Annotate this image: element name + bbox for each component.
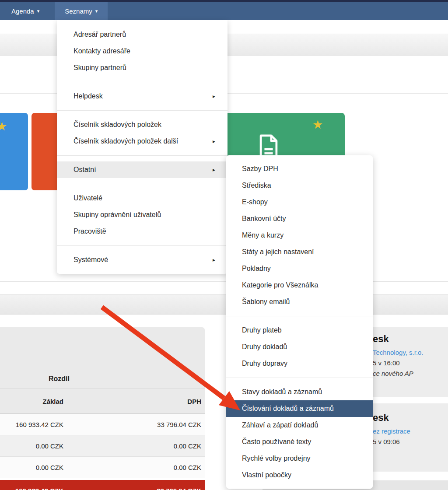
cell-dph: 0.00 CZK xyxy=(63,442,205,450)
submenu-item-cislovani-dokladu-a-zaznamu[interactable]: Číslování dokladů a záznamů xyxy=(226,400,373,417)
nav-menu-agenda[interactable]: Agenda ▾ xyxy=(1,2,49,20)
menu-item-uzivatele[interactable]: Uživatelé xyxy=(57,190,228,206)
submenu-item-strediska[interactable]: Střediska xyxy=(226,177,373,194)
submenu-item-sablony-emailu[interactable]: Šablony emailů xyxy=(226,294,373,310)
app-root: ★ ★ Rozdíl Základ DPH 160 933.42 CZK 33 … xyxy=(0,0,448,490)
nav-seznamy-label: Seznamy xyxy=(65,2,92,20)
submenu-arrow-icon: ▸ xyxy=(213,161,215,178)
submenu-item-label: Rychlé volby prodejny xyxy=(242,455,311,462)
submenu-item-stavy-dokladu-a-zaznamu[interactable]: Stavy dokladů a záznamů xyxy=(226,384,373,400)
submenu-item-druhy-dokladu[interactable]: Druhy dokladů xyxy=(226,339,373,355)
submenu-item-label: Kategorie pro Všeználka xyxy=(242,281,318,289)
menu-item-label: Ostatní xyxy=(74,166,96,173)
submenu-item-meny-a-kurzy[interactable]: Měny a kurzy xyxy=(226,227,373,244)
section-divider-line xyxy=(0,281,448,282)
submenu-item-bankovni-ucty[interactable]: Bankovní účty xyxy=(226,210,373,227)
seznamy-dropdown-menu: Adresář partnerů Kontakty adresáře Skupi… xyxy=(57,20,228,274)
submenu-arrow-icon: ▸ xyxy=(213,133,215,150)
menu-item-label: Číselník skladových položek xyxy=(74,121,161,128)
submenu-item-rychle-volby-prodejny[interactable]: Rychlé volby prodejny xyxy=(226,450,373,467)
table-row: 160 933.42 CZK 33 796.04 CZK xyxy=(0,414,205,435)
top-navbar: Agenda ▾ Seznamy ▾ xyxy=(0,0,448,20)
menu-item-label: Uživatelé xyxy=(74,194,102,202)
submenu-item-label: Střediska xyxy=(242,182,271,189)
cell-zaklad: 0.00 CZK xyxy=(0,464,63,471)
menu-item-label: Kontakty adresáře xyxy=(74,47,130,55)
menu-item-helpdesk[interactable]: Helpdesk ▸ xyxy=(57,88,228,105)
menu-divider xyxy=(57,155,228,156)
submenu-arrow-icon: ▸ xyxy=(213,252,215,268)
submenu-item-label: Druhy plateb xyxy=(242,326,282,334)
submenu-item-druhy-dopravy[interactable]: Druhy dopravy xyxy=(226,355,373,372)
submenu-item-label: Měny a kurzy xyxy=(242,231,284,239)
card-timestamp: 5 v 16:00 xyxy=(373,359,445,367)
table-row: 0.00 CZK 0.00 CZK xyxy=(0,457,205,478)
card-title: esk xyxy=(373,412,445,424)
menu-item-skupiny-partneru[interactable]: Skupiny partnerů xyxy=(57,60,228,76)
nav-agenda-label: Agenda xyxy=(11,2,34,20)
table-panel-spacer xyxy=(0,327,205,369)
navbar-items: Agenda ▾ Seznamy ▾ xyxy=(0,2,448,20)
favorite-star-icon: ★ xyxy=(312,119,323,131)
submenu-item-zahlavi-a-zapati-dokladu[interactable]: Záhlaví a zápatí dokladů xyxy=(226,417,373,434)
submenu-item-label: Pokladny xyxy=(242,265,271,272)
submenu-item-sazby-dph[interactable]: Sazby DPH xyxy=(226,161,373,177)
menu-item-label: Pracoviště xyxy=(74,228,106,235)
submenu-item-label: Často používané texty xyxy=(242,438,311,445)
card-link[interactable]: ez registrace xyxy=(373,427,445,435)
menu-divider xyxy=(226,378,373,378)
table-row-total: 160 933.42 CZK 33 796.04 CZK xyxy=(0,480,205,490)
card-note: ce nového AP xyxy=(373,370,445,377)
nav-menu-seznamy[interactable]: Seznamy ▾ xyxy=(55,2,108,20)
menu-item-label: Skupiny partnerů xyxy=(74,64,126,71)
card-title: esk xyxy=(373,333,445,345)
column-header-zaklad: Základ xyxy=(0,398,63,405)
submenu-item-staty-a-jejich-nastaveni[interactable]: Státy a jejich nastavení xyxy=(226,244,373,260)
menu-divider xyxy=(57,110,228,111)
menu-item-ciselnik-skladovych-polozek[interactable]: Číselník skladových položek xyxy=(57,116,228,133)
submenu-arrow-icon: ▸ xyxy=(213,88,215,105)
submenu-item-label: Druhy dokladů xyxy=(242,343,287,350)
card-timestamp: 5 v 09:06 xyxy=(373,438,445,445)
cell-zaklad: 160 933.42 CZK xyxy=(0,421,63,428)
submenu-item-label: Záhlaví a zápatí dokladů xyxy=(242,421,318,429)
submenu-item-label: Vlastní pobočky xyxy=(242,471,291,479)
caret-down-icon: ▾ xyxy=(37,2,40,20)
cell-dph: 33 796.04 CZK xyxy=(63,421,205,428)
submenu-item-eshopy[interactable]: E-shopy xyxy=(226,194,373,210)
submenu-item-label: Státy a jejich nastavení xyxy=(242,248,314,256)
submenu-item-druhy-plateb[interactable]: Druhy plateb xyxy=(226,322,373,339)
submenu-item-label: Druhy dopravy xyxy=(242,360,287,367)
submenu-item-pokladny[interactable]: Pokladny xyxy=(226,260,373,277)
menu-item-label: Číselník skladových položek další xyxy=(74,137,178,145)
menu-item-label: Systémové xyxy=(74,256,108,263)
menu-item-label: Helpdesk xyxy=(74,92,103,100)
summary-table-panel: Rozdíl Základ DPH 160 933.42 CZK 33 796.… xyxy=(0,327,205,490)
menu-item-systemove[interactable]: Systémové ▸ xyxy=(57,252,228,268)
submenu-item-label: Stavy dokladů a záznamů xyxy=(242,388,322,396)
submenu-item-casto-pouzivane-texty[interactable]: Často používané texty xyxy=(226,434,373,450)
cell-dph-total: 33 796.04 CZK xyxy=(63,487,205,490)
caret-down-icon: ▾ xyxy=(95,2,98,20)
ostatni-submenu: Sazby DPH Střediska E-shopy Bankovní účt… xyxy=(226,155,373,489)
submenu-item-kategorie-pro-vseznalka[interactable]: Kategorie pro Všeználka xyxy=(226,277,373,294)
menu-item-skupiny-opravneni-uzivatelu[interactable]: Skupiny oprávnění uživatelů xyxy=(57,206,228,223)
cell-dph: 0.00 CZK xyxy=(63,464,205,471)
table-column-headers: Základ DPH xyxy=(0,388,205,414)
favorite-star-icon: ★ xyxy=(0,121,7,133)
submenu-item-vlastni-pobocky[interactable]: Vlastní pobočky xyxy=(226,467,373,483)
menu-item-kontakty-adresare[interactable]: Kontakty adresáře xyxy=(57,43,228,60)
submenu-item-label: E-shopy xyxy=(242,198,268,206)
column-header-dph: DPH xyxy=(63,398,205,405)
submenu-item-label: Bankovní účty xyxy=(242,215,286,222)
section-header-band xyxy=(0,294,448,315)
menu-divider xyxy=(57,82,228,82)
cell-zaklad: 0.00 CZK xyxy=(0,442,63,450)
menu-item-ostatni[interactable]: Ostatní ▸ xyxy=(57,161,228,178)
card-link[interactable]: Technology, s.r.o. xyxy=(373,349,445,356)
menu-divider xyxy=(226,316,373,316)
menu-item-ciselnik-skladovych-polozek-dalsi[interactable]: Číselník skladových položek další ▸ xyxy=(57,133,228,150)
menu-item-adresar-partneru[interactable]: Adresář partnerů xyxy=(57,26,228,43)
menu-item-pracoviste[interactable]: Pracoviště xyxy=(57,223,228,240)
submenu-item-label: Sazby DPH xyxy=(242,165,278,172)
